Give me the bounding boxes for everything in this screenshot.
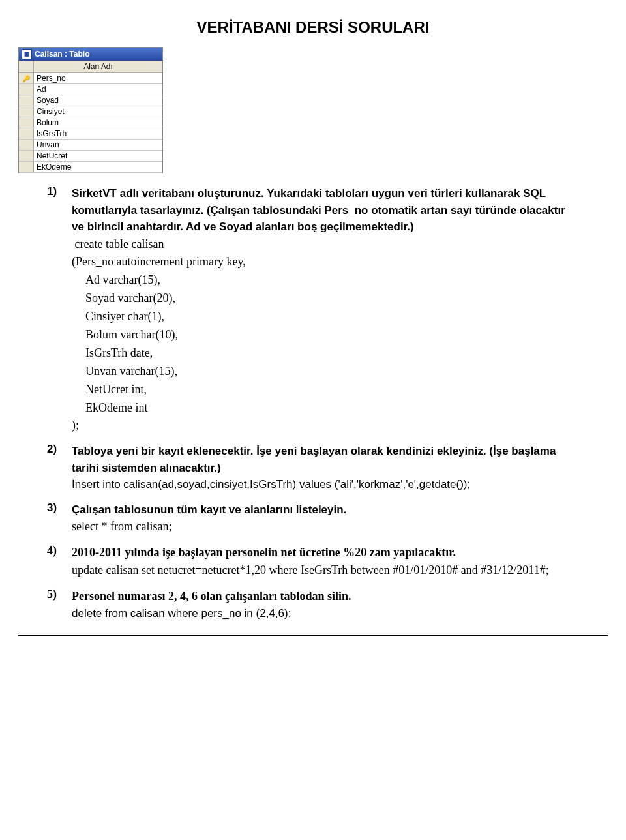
question-number: 2) <box>47 443 65 493</box>
access-field-name: Pers_no <box>34 73 162 83</box>
code-line: Ad varchar(15), <box>72 271 579 290</box>
access-column-header-row: Alan Adı <box>19 61 162 73</box>
sql-code-block: create table calisan (Pers_no autoincrem… <box>72 235 579 436</box>
code-line: EkOdeme int <box>72 399 579 417</box>
question-4: 4) 2010-2011 yılında işe başlayan person… <box>47 544 579 580</box>
question-text: Çalışan tablosunun tüm kayıt ve alanları… <box>72 502 579 518</box>
access-row-gutter <box>19 128 34 139</box>
footer-rule <box>18 635 608 636</box>
question-number: 3) <box>47 502 65 536</box>
access-gutter-head <box>19 61 34 72</box>
code-line: Unvan varchar(15), <box>72 363 579 381</box>
access-row: 🔑 Pers_no <box>19 73 162 84</box>
access-row: Ad <box>19 84 162 95</box>
access-row-gutter <box>19 117 34 128</box>
question-2: 2) Tabloya yeni bir kayıt eklenecektir. … <box>47 443 579 493</box>
document-page: VERİTABANI DERSİ SORULARI ▦ Calisan : Ta… <box>0 0 626 666</box>
access-title-text: Calisan : Tablo <box>35 50 89 59</box>
access-row-gutter <box>19 162 34 172</box>
question-number: 5) <box>47 588 65 622</box>
question-body: 2010-2011 yılında işe başlayan personeli… <box>72 544 579 580</box>
access-field-name: NetUcret <box>34 151 162 161</box>
access-row-gutter <box>19 140 34 150</box>
code-line: ); <box>72 417 579 435</box>
question-body: Tabloya yeni bir kayıt eklenecektir. İşe… <box>72 443 579 493</box>
question-text: SirketVT adlı veritabanı oluşturunuz. Yu… <box>72 185 579 235</box>
questions-list: 1) SirketVT adlı veritabanı oluşturunuz.… <box>47 185 579 622</box>
access-row-gutter <box>19 95 34 106</box>
access-field-name: IsGrsTrh <box>34 128 162 139</box>
code-line: Bolum varchar(10), <box>72 326 579 344</box>
access-field-name: EkOdeme <box>34 162 162 172</box>
access-field-name: Cinsiyet <box>34 106 162 117</box>
access-row: EkOdeme <box>19 162 162 173</box>
table-icon: ▦ <box>22 49 32 59</box>
access-row: Cinsiyet <box>19 106 162 117</box>
access-row: Unvan <box>19 140 162 151</box>
access-field-name: Bolum <box>34 117 162 128</box>
answer-text: İnsert into calisan(ad,soyad,cinsiyet,Is… <box>72 476 579 493</box>
page-title: VERİTABANI DERSİ SORULARI <box>47 18 579 37</box>
access-row: Bolum <box>19 117 162 128</box>
answer-text: select * from calisan; <box>72 518 579 536</box>
access-column-header: Alan Adı <box>34 61 162 72</box>
access-row: NetUcret <box>19 151 162 162</box>
question-3: 3) Çalışan tablosunun tüm kayıt ve alanl… <box>47 502 579 536</box>
access-row-gutter <box>19 106 34 117</box>
code-line: IsGrsTrh date, <box>72 344 579 363</box>
access-row-gutter <box>19 84 34 95</box>
question-body: Çalışan tablosunun tüm kayıt ve alanları… <box>72 502 579 536</box>
code-line: NetUcret int, <box>72 381 579 399</box>
question-number: 4) <box>47 544 65 580</box>
key-icon: 🔑 <box>22 75 30 82</box>
question-text: 2010-2011 yılında işe başlayan personeli… <box>72 544 579 562</box>
code-line: (Pers_no autoincrement primary key, <box>72 253 579 271</box>
access-window-title: ▦ Calisan : Tablo <box>19 48 162 61</box>
access-row-gutter <box>19 151 34 161</box>
access-rows: 🔑 Pers_no Ad Soyad Cinsiyet Bolum Is <box>19 73 162 173</box>
access-field-name: Soyad <box>34 95 162 106</box>
code-line: Soyad varchar(20), <box>72 290 579 308</box>
access-field-name: Unvan <box>34 140 162 150</box>
access-row: Soyad <box>19 95 162 106</box>
question-body: SirketVT adlı veritabanı oluşturunuz. Yu… <box>72 185 579 435</box>
question-5: 5) Personel numarası 2, 4, 6 olan çalışa… <box>47 588 579 622</box>
access-row: IsGrsTrh <box>19 128 162 140</box>
code-line: Cinsiyet char(1), <box>72 308 579 326</box>
code-line: create table calisan <box>72 235 579 254</box>
question-number: 1) <box>47 185 65 435</box>
access-row-gutter: 🔑 <box>19 73 34 83</box>
access-table-screenshot: ▦ Calisan : Tablo Alan Adı 🔑 Pers_no Ad … <box>18 47 163 173</box>
question-text: Tabloya yeni bir kayıt eklenecektir. İşe… <box>72 443 579 476</box>
access-field-name: Ad <box>34 84 162 95</box>
question-text: Personel numarası 2, 4, 6 olan çalışanla… <box>72 588 579 605</box>
question-body: Personel numarası 2, 4, 6 olan çalışanla… <box>72 588 579 622</box>
answer-text: update calisan set netucret=netucret*1,2… <box>72 562 579 580</box>
question-1: 1) SirketVT adlı veritabanı oluşturunuz.… <box>47 185 579 435</box>
answer-text: delete from calisan where pers_no in (2,… <box>72 605 579 622</box>
